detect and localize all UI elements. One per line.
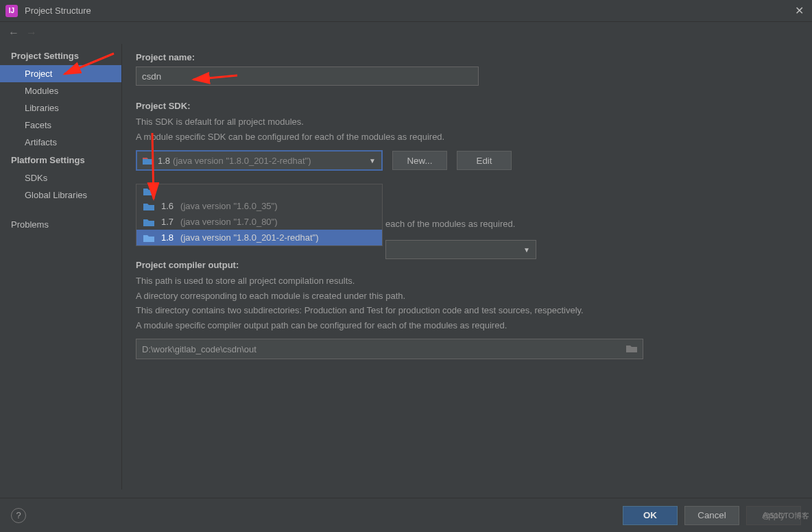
sidebar-item-modules[interactable]: Modules — [0, 82, 121, 99]
output-path-text: D:\work\gitlab_code\csdn\out — [142, 344, 256, 354]
sidebar: Project Settings Project Modules Librari… — [0, 44, 122, 489]
sidebar-item-project[interactable]: Project — [0, 65, 121, 82]
compiler-desc-1: This path is used to store all project c… — [136, 274, 796, 288]
browse-folder-icon[interactable] — [626, 344, 637, 354]
sidebar-item-global-libraries[interactable]: Global Libraries — [0, 186, 121, 204]
lang-desc-trail: each of the modules as required. — [385, 219, 515, 229]
compiler-desc-4: A module specific compiler output path c… — [136, 319, 796, 332]
app-icon: IJ — [5, 5, 18, 17]
sidebar-item-facets[interactable]: Facets — [0, 117, 121, 134]
forward-icon[interactable]: → — [26, 27, 37, 39]
chevron-down-icon: ▼ — [369, 157, 376, 165]
language-level-combo[interactable]: ▼ — [385, 240, 536, 259]
folder-icon — [143, 202, 154, 210]
sdk-dropdown-item[interactable]: 1.8 (java version "1.8.0_201-2-redhat") — [136, 230, 382, 245]
compiler-desc-2: A directory corresponding to each module… — [136, 289, 796, 303]
sdk-option-label: 1.7 — [161, 217, 174, 227]
sdk-dropdown-item[interactable]: 1.6 (java version "1.6.0_35") — [136, 198, 382, 214]
cancel-button[interactable]: Cancel — [684, 506, 739, 525]
sidebar-item-sdks[interactable]: SDKs — [0, 169, 121, 186]
sdk-dropdown-item[interactable]: 1.7 (java version "1.7.0_80") — [136, 214, 382, 230]
sdk-option-version: (java version "1.8.0_201-2-redhat") — [180, 232, 318, 243]
ok-button[interactable]: OK — [623, 506, 678, 525]
watermark: @51CTO博客 — [763, 511, 809, 521]
sdk-option-label: 1.8 — [161, 232, 174, 243]
nav-row: ← → — [0, 22, 812, 44]
sdk-option-version: (java version "1.6.0_35") — [180, 201, 277, 211]
folder-icon — [143, 234, 154, 242]
sidebar-item-problems[interactable]: Problems — [0, 216, 121, 233]
sidebar-item-artifacts[interactable]: Artifacts — [0, 134, 121, 151]
compiler-output-input[interactable]: D:\work\gitlab_code\csdn\out — [136, 339, 643, 359]
sidebar-heading-platform-settings: Platform Settings — [0, 151, 121, 169]
titlebar: IJ Project Structure ✕ — [0, 0, 812, 22]
sdk-option-version: (java version "1.7.0_80") — [180, 217, 277, 227]
folder-icon — [143, 156, 154, 165]
sdk-desc-1: This SDK is default for all project modu… — [136, 115, 796, 129]
project-sdk-label: Project SDK: — [136, 101, 796, 111]
compiler-desc-3: This directory contains two subdirectori… — [136, 304, 796, 317]
sidebar-heading-project-settings: Project Settings — [0, 47, 121, 65]
sdk-option-label: 1.6 — [161, 201, 174, 211]
dialog-footer: ? OK Cancel Apply — [0, 498, 812, 532]
content-pane: Project name: Project SDK: This SDK is d… — [122, 44, 812, 489]
folder-icon — [143, 187, 154, 195]
folder-icon — [143, 218, 154, 226]
project-name-label: Project name: — [136, 52, 796, 62]
sidebar-item-libraries[interactable]: Libraries — [0, 99, 121, 117]
window-title: Project Structure — [25, 5, 91, 16]
sdk-dropdown[interactable]: 1.6 (java version "1.6.0_35")1.7 (java v… — [136, 184, 383, 246]
edit-sdk-button[interactable]: Edit — [457, 151, 512, 170]
compiler-output-label: Project compiler output: — [136, 260, 796, 270]
close-icon[interactable]: ✕ — [795, 4, 804, 17]
help-icon[interactable]: ? — [11, 508, 26, 523]
back-icon[interactable]: ← — [8, 27, 19, 39]
new-sdk-button[interactable]: New... — [392, 151, 447, 170]
sdk-combo-ver: (java version "1.8.0_201-2-redhat") — [173, 156, 311, 166]
sdk-combo-main: 1.8 — [158, 156, 170, 166]
sdk-combo[interactable]: 1.8 (java version "1.8.0_201-2-redhat") … — [136, 150, 383, 171]
sdk-dropdown-item[interactable] — [136, 184, 382, 198]
project-name-input[interactable] — [136, 66, 479, 86]
sdk-desc-2: A module specific SDK can be configured … — [136, 130, 796, 144]
chevron-down-icon: ▼ — [523, 246, 530, 254]
